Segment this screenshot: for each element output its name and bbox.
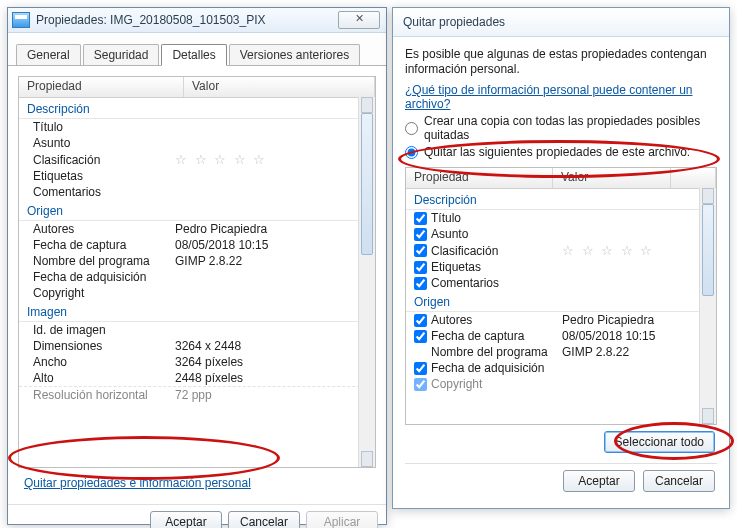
help-link[interactable]: ¿Qué tipo de información personal puede … xyxy=(405,83,693,111)
scroll-thumb[interactable] xyxy=(361,113,373,255)
row-rating[interactable]: Clasificación☆ ☆ ☆ ☆ ☆ xyxy=(406,242,716,259)
list-header: Propiedad Valor xyxy=(19,77,375,98)
tab-strip: General Seguridad Detalles Versiones ant… xyxy=(8,33,386,66)
col-header-extra[interactable] xyxy=(671,168,716,188)
tab-body: Propiedad Valor Descripción Título Asunt… xyxy=(8,66,386,500)
group-description: Descripción xyxy=(19,98,375,119)
scroll-thumb[interactable] xyxy=(702,204,714,296)
property-list: Propiedad Valor Descripción Título Asunt… xyxy=(18,76,376,468)
rating-stars-icon: ☆ ☆ ☆ ☆ ☆ xyxy=(554,243,716,258)
remove-props-link-row: Quitar propiedades e información persona… xyxy=(18,468,376,494)
row-tags[interactable]: Etiquetas xyxy=(19,168,375,184)
row-capture-date[interactable]: Fecha de captura08/05/2018 10:15 xyxy=(406,328,716,344)
info-text: Es posible que algunas de estas propieda… xyxy=(405,47,717,77)
row-copyright[interactable]: Copyright xyxy=(406,376,716,392)
list-header: Propiedad Valor xyxy=(406,168,716,189)
remove-list: Propiedad Valor Descripción Título Asunt… xyxy=(405,167,717,425)
tab-general[interactable]: General xyxy=(16,44,81,65)
select-all-button[interactable]: Seleccionar todo xyxy=(604,431,715,453)
checkbox-rating[interactable] xyxy=(414,244,427,257)
checkbox-tags[interactable] xyxy=(414,261,427,274)
radio-create-copy[interactable]: Crear una copia con todas las propiedade… xyxy=(405,114,717,142)
row-width[interactable]: Ancho3264 píxeles xyxy=(19,354,375,370)
row-tags[interactable]: Etiquetas xyxy=(406,259,716,275)
group-origin: Origen xyxy=(19,200,375,221)
row-acquired-date[interactable]: Fecha de adquisición xyxy=(406,360,716,376)
rating-stars-icon[interactable]: ☆ ☆ ☆ ☆ ☆ xyxy=(167,152,375,167)
checkbox-comments[interactable] xyxy=(414,277,427,290)
ok-button[interactable]: Aceptar xyxy=(150,511,222,528)
col-header-property[interactable]: Propiedad xyxy=(406,168,553,188)
row-title[interactable]: Título xyxy=(406,210,716,226)
radio-create-copy-input[interactable] xyxy=(405,122,418,135)
col-header-value[interactable]: Valor xyxy=(184,77,375,97)
apply-button: Aplicar xyxy=(306,511,378,528)
titlebar[interactable]: Quitar propiedades xyxy=(393,8,729,37)
row-hres[interactable]: Resolución horizontal72 ppp xyxy=(19,386,375,403)
row-title[interactable]: Título xyxy=(19,119,375,135)
radio-remove-selected-label: Quitar las siguientes propiedades de est… xyxy=(424,145,690,159)
scrollbar[interactable] xyxy=(358,97,375,467)
ok-button[interactable]: Aceptar xyxy=(563,470,635,492)
checkbox-copyright[interactable] xyxy=(414,378,427,391)
dialog-buttons: Aceptar Cancelar Aplicar xyxy=(8,504,386,528)
radio-remove-selected[interactable]: Quitar las siguientes propiedades de est… xyxy=(405,145,717,159)
row-comments[interactable]: Comentarios xyxy=(19,184,375,200)
properties-window: Propiedades: IMG_20180508_101503_PIX ✕ G… xyxy=(7,7,387,525)
row-acquired-date[interactable]: Fecha de adquisición xyxy=(19,269,375,285)
col-header-property[interactable]: Propiedad xyxy=(19,77,184,97)
row-dimensions[interactable]: Dimensiones3264 x 2448 xyxy=(19,338,375,354)
row-authors[interactable]: AutoresPedro Picapiedra xyxy=(19,221,375,237)
group-description: Descripción xyxy=(406,189,716,210)
row-program-name[interactable]: Nombre del programaGIMP 2.8.22 xyxy=(406,344,716,360)
row-image-id[interactable]: Id. de imagen xyxy=(19,322,375,338)
titlebar[interactable]: Propiedades: IMG_20180508_101503_PIX ✕ xyxy=(8,8,386,33)
window-icon xyxy=(12,12,30,28)
dialog-body: Es posible que algunas de estas propieda… xyxy=(393,37,729,500)
cancel-button[interactable]: Cancelar xyxy=(228,511,300,528)
row-subject[interactable]: Asunto xyxy=(19,135,375,151)
cancel-button[interactable]: Cancelar xyxy=(643,470,715,492)
window-title: Quitar propiedades xyxy=(397,15,725,29)
select-all-row: Seleccionar todo xyxy=(405,425,717,459)
row-copyright[interactable]: Copyright xyxy=(19,285,375,301)
tab-details[interactable]: Detalles xyxy=(161,44,226,66)
scrollbar[interactable] xyxy=(699,188,716,424)
radio-remove-selected-input[interactable] xyxy=(405,146,418,159)
radio-create-copy-label: Crear una copia con todas las propiedade… xyxy=(424,114,717,142)
tab-versions[interactable]: Versiones anteriores xyxy=(229,44,360,65)
checkbox-acquired[interactable] xyxy=(414,362,427,375)
col-header-value[interactable]: Valor xyxy=(553,168,671,188)
list-rows[interactable]: Descripción Título Asunto Clasificación☆… xyxy=(406,189,716,425)
checkbox-authors[interactable] xyxy=(414,314,427,327)
dialog-buttons: Aceptar Cancelar xyxy=(405,463,717,492)
close-button[interactable]: ✕ xyxy=(338,11,380,29)
row-subject[interactable]: Asunto xyxy=(406,226,716,242)
group-image: Imagen xyxy=(19,301,375,322)
remove-properties-window: Quitar propiedades Es posible que alguna… xyxy=(392,7,730,509)
row-rating[interactable]: Clasificación☆ ☆ ☆ ☆ ☆ xyxy=(19,151,375,168)
row-height[interactable]: Alto2448 píxeles xyxy=(19,370,375,386)
checkbox-title[interactable] xyxy=(414,212,427,225)
row-comments[interactable]: Comentarios xyxy=(406,275,716,291)
window-title: Propiedades: IMG_20180508_101503_PIX xyxy=(36,13,338,27)
row-program-name[interactable]: Nombre del programaGIMP 2.8.22 xyxy=(19,253,375,269)
row-authors[interactable]: AutoresPedro Picapiedra xyxy=(406,312,716,328)
tab-security[interactable]: Seguridad xyxy=(83,44,160,65)
remove-properties-link[interactable]: Quitar propiedades e información persona… xyxy=(24,476,251,490)
checkbox-capture[interactable] xyxy=(414,330,427,343)
group-origin: Origen xyxy=(406,291,716,312)
row-capture-date[interactable]: Fecha de captura08/05/2018 10:15 xyxy=(19,237,375,253)
checkbox-subject[interactable] xyxy=(414,228,427,241)
list-rows[interactable]: Descripción Título Asunto Clasificación☆… xyxy=(19,98,375,468)
